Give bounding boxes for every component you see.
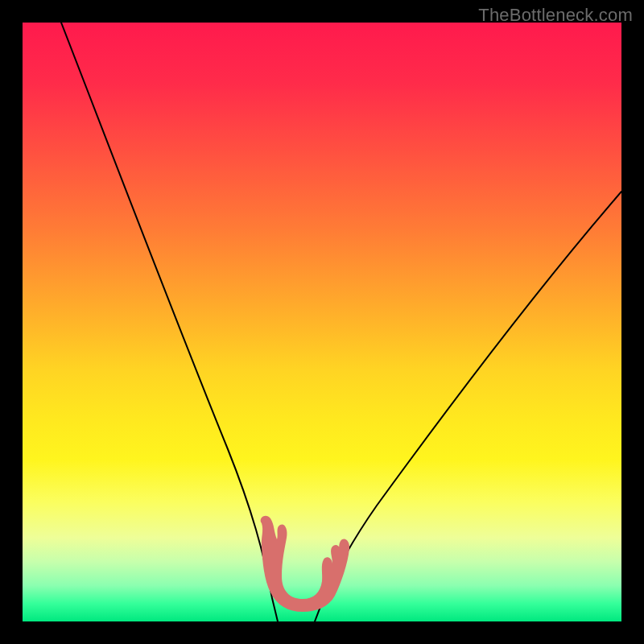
- right-curve: [315, 192, 621, 621]
- curves-svg: [23, 23, 621, 621]
- watermark-text: TheBottleneck.com: [478, 5, 633, 26]
- trough-blob: [261, 516, 349, 612]
- left-curve: [61, 23, 278, 621]
- frame: TheBottleneck.com: [0, 0, 644, 644]
- plot-area: [23, 23, 621, 621]
